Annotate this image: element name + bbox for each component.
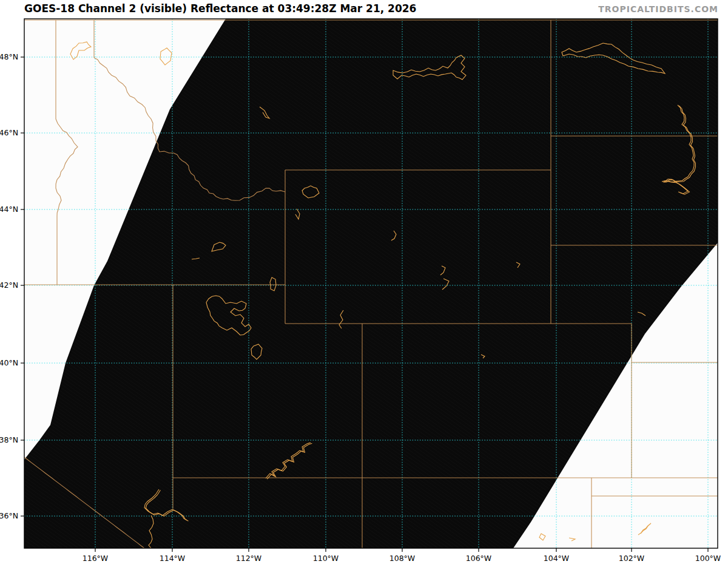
- tick-label-lat-46°N: 46°N: [0, 128, 18, 137]
- tick-label-lon-104°W: 104°W: [544, 554, 569, 563]
- tick-label-lat-40°N: 40°N: [0, 358, 18, 367]
- tick-label-lat-38°N: 38°N: [0, 435, 18, 444]
- tick-label-lon-106°W: 106°W: [466, 554, 491, 563]
- tick-label-lon-102°W: 102°W: [619, 554, 644, 563]
- tick-label-lon-114°W: 114°W: [160, 554, 185, 563]
- screenshot-root: GOES-18 Channel 2 (visible) Reflectance …: [0, 0, 728, 564]
- tick-label-lat-48°N: 48°N: [0, 52, 18, 61]
- satellite-map: 116°W114°W112°W110°W108°W106°W104°W102°W…: [0, 0, 728, 564]
- tick-label-lat-42°N: 42°N: [0, 280, 18, 290]
- tick-label-lon-100°W: 100°W: [695, 554, 721, 563]
- tick-label-lon-112°W: 112°W: [236, 554, 261, 563]
- tick-label-lon-108°W: 108°W: [389, 554, 415, 563]
- tick-label-lon-110°W: 110°W: [313, 554, 339, 563]
- tick-label-lat-36°N: 36°N: [0, 511, 18, 520]
- tick-label-lon-116°W: 116°W: [83, 554, 108, 563]
- tick-label-lat-44°N: 44°N: [0, 205, 18, 214]
